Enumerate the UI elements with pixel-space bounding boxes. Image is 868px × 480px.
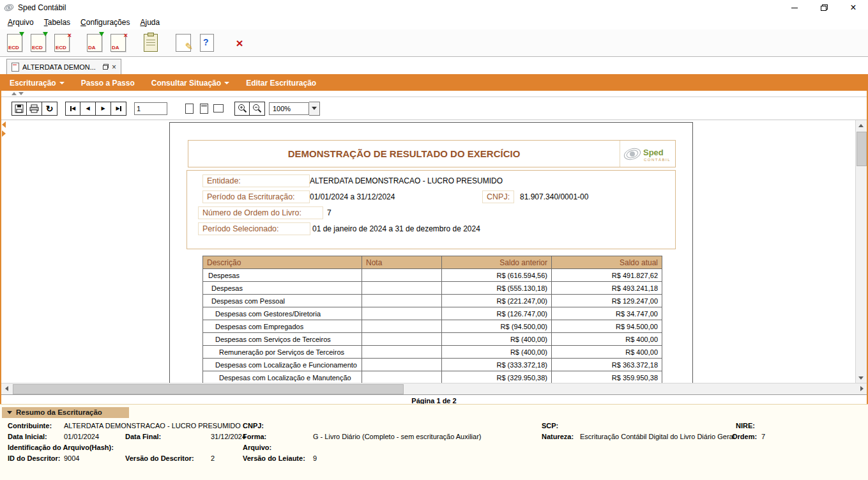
menu-arquivo[interactable]: Arquivo xyxy=(3,17,39,28)
nota-cell xyxy=(362,307,442,320)
periodo-escrituracao-label: Período da Escrituração: xyxy=(202,190,310,203)
zoom-level-value[interactable]: 100% xyxy=(269,102,309,115)
forma-value: G - Livro Diário (Completo - sem escritu… xyxy=(313,433,481,440)
collapse-caret-icon xyxy=(7,411,12,414)
horizontal-scrollbar[interactable] xyxy=(1,383,867,394)
col-descricao: Descrição xyxy=(203,256,362,269)
app-window: Sped Contábil × Arquivo Tabelas Configur… xyxy=(0,0,868,480)
panel-collapse-arrows[interactable] xyxy=(2,121,6,137)
green-arrow-icon xyxy=(99,32,104,36)
ecd-document-icon: ECD xyxy=(7,34,22,52)
scroll-left-button[interactable] xyxy=(1,383,11,394)
menu-consultar-situacao[interactable]: Consultar Situação xyxy=(151,79,229,88)
saldo-anterior-cell: R$ (333.372,18) xyxy=(442,359,552,371)
green-arrow-icon xyxy=(43,32,48,36)
next-page-button[interactable]: ▶ xyxy=(96,102,111,116)
vertical-scroll-thumb[interactable] xyxy=(857,132,867,166)
scroll-down-button[interactable] xyxy=(856,373,866,383)
close-icon: × xyxy=(850,3,856,13)
natureza-label: Natureza: xyxy=(542,433,574,440)
report-header-fields: Entidade: ALTERDATA DEMONSTRACAO - LUCRO… xyxy=(187,170,676,249)
exit-x-icon: × xyxy=(236,37,243,49)
collapse-left-icon xyxy=(2,121,6,128)
delete-da-button[interactable]: DA × xyxy=(107,32,129,54)
help-document-icon: ? xyxy=(200,34,214,52)
desc-cell: Despesas xyxy=(203,282,362,295)
scroll-up-icon xyxy=(858,124,864,127)
restore-button[interactable] xyxy=(809,0,839,15)
minimize-button[interactable] xyxy=(780,0,809,15)
versao-leiaute-label: Versão do Leiaute: xyxy=(243,454,305,462)
zoom-dropdown-button[interactable] xyxy=(309,102,320,116)
menu-ajuda[interactable]: Ajuda xyxy=(135,17,165,28)
refresh-report-button[interactable]: ↻ xyxy=(42,102,57,116)
versao-descritor-value: 2 xyxy=(211,454,215,462)
saldo-anterior-cell: R$ (221.247,00) xyxy=(442,295,552,307)
zoom-level-select[interactable]: 100% xyxy=(269,102,320,116)
zoom-out-button[interactable] xyxy=(250,102,265,116)
next-page-icon: ▶ xyxy=(101,106,105,111)
tab-close-icon[interactable]: × xyxy=(112,63,116,71)
vertical-scrollbar[interactable] xyxy=(855,120,867,383)
single-page-icon xyxy=(185,104,194,114)
horizontal-scroll-thumb[interactable] xyxy=(13,384,404,394)
close-button[interactable]: × xyxy=(839,0,868,15)
desc-cell: Despesas com Localização e Manutenção xyxy=(203,371,362,383)
menu-editar-escrituracao[interactable]: Editar Escrituração xyxy=(246,79,316,88)
id-descritor-value: 9004 xyxy=(64,454,79,462)
table-row: Despesas com Gestores/Diretoria R$ (126.… xyxy=(203,307,662,320)
splitter-handle[interactable] xyxy=(1,91,867,97)
tab-alterdata-demonstracao[interactable]: ALTERDATA DEMON... × xyxy=(6,59,121,74)
numero-ordem-label: Número de Ordem do Livro: xyxy=(198,206,323,219)
desc-cell: Despesas com Serviços de Terceiros xyxy=(203,333,362,346)
first-page-button[interactable]: ◀ xyxy=(65,102,80,116)
nota-cell xyxy=(362,359,442,371)
scroll-right-button[interactable] xyxy=(857,383,867,394)
table-row: Despesas com Localização e Funcionamento… xyxy=(203,359,662,371)
arquivo-label: Arquivo: xyxy=(243,444,271,451)
table-row: Despesas com Empregados R$ (94.500,00) R… xyxy=(203,320,662,333)
help-document-button[interactable]: ? xyxy=(196,32,218,54)
svg-text:CONTÁBIL: CONTÁBIL xyxy=(644,158,671,162)
menu-passo-a-passo[interactable]: Passo a Passo xyxy=(81,79,135,88)
ordem-label: Ordem: xyxy=(732,433,757,440)
versao-leiaute-value: 9 xyxy=(313,454,317,462)
sped-logo-icon: Sped CONTÁBIL xyxy=(623,144,673,164)
page-header-setup-button[interactable] xyxy=(197,102,210,116)
red-x-icon: × xyxy=(68,32,72,38)
data-inicial-label: Data Inicial: xyxy=(8,433,47,440)
pencil-icon: ✎ xyxy=(185,41,193,52)
zoom-in-icon xyxy=(238,104,247,113)
save-report-button[interactable] xyxy=(11,102,27,116)
resumo-header[interactable]: Resumo da Escrituração xyxy=(2,407,129,418)
previous-page-icon: ◀ xyxy=(86,106,89,111)
notes-button[interactable] xyxy=(140,32,162,54)
zoom-in-button[interactable] xyxy=(234,102,250,116)
last-page-button[interactable]: ▶ xyxy=(111,102,126,116)
nire-label: NIRE: xyxy=(736,422,755,430)
menu-escrituracao[interactable]: Escrituração xyxy=(10,79,65,88)
edit-button[interactable]: ✎ xyxy=(172,32,194,54)
previous-page-button[interactable]: ◀ xyxy=(80,102,96,116)
tab-restore-icon[interactable] xyxy=(103,64,109,70)
menu-configuracoes[interactable]: Configurações xyxy=(75,17,135,28)
ecd-document-icon: ECD × xyxy=(54,34,70,52)
scroll-up-button[interactable] xyxy=(856,120,866,130)
versao-descritor-label: Versão do Descritor: xyxy=(125,454,194,462)
exit-button[interactable]: × xyxy=(229,32,250,54)
import-da-button[interactable]: DA xyxy=(84,32,105,54)
cnpj-label: CNPJ: xyxy=(482,190,514,203)
collapse-down-icon xyxy=(19,92,24,95)
print-report-button[interactable] xyxy=(27,102,42,116)
page-setup-button[interactable] xyxy=(183,102,195,116)
delete-ecd-button[interactable]: ECD × xyxy=(51,32,73,54)
page-number-input[interactable] xyxy=(134,102,167,115)
import-ecd-button[interactable]: ECD xyxy=(27,32,49,54)
menu-tabelas[interactable]: Tabelas xyxy=(39,17,75,28)
nota-cell xyxy=(362,371,442,383)
nota-cell xyxy=(362,269,442,282)
create-ecd-button[interactable]: ECD xyxy=(4,32,26,54)
menu-bar: Arquivo Tabelas Configurações Ajuda xyxy=(0,15,868,29)
clipboard-icon xyxy=(144,34,158,52)
page-orientation-button[interactable] xyxy=(212,102,225,116)
